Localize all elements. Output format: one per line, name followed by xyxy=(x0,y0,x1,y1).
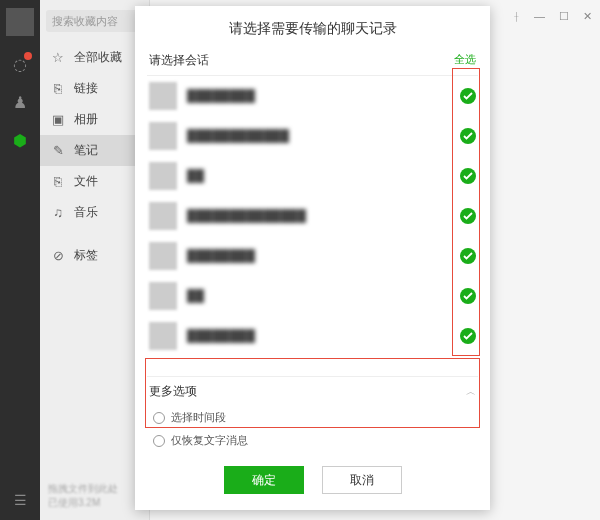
user-avatar[interactable] xyxy=(6,8,34,36)
close-icon[interactable]: ✕ xyxy=(583,10,592,23)
check-icon[interactable] xyxy=(460,248,476,264)
sidebar-item-all[interactable]: ☆全部收藏 xyxy=(40,42,149,73)
search-input[interactable]: 搜索收藏内容 xyxy=(46,10,143,32)
chat-name: ██████████████ xyxy=(187,209,450,223)
more-options: 更多选项 ︿ 选择时间段 仅恢复文字消息 xyxy=(147,376,478,452)
chat-name: ████████ xyxy=(187,249,450,263)
chat-row[interactable]: ██ xyxy=(147,276,478,316)
chat-avatar xyxy=(149,82,177,110)
sidebar: 搜索收藏内容 ☆全部收藏 ⎘链接 ▣相册 ✎笔记 ⎘文件 ♫音乐 ⊘标签 拖拽文… xyxy=(40,0,150,520)
check-icon[interactable] xyxy=(460,88,476,104)
chat-name: ██ xyxy=(187,289,450,303)
link-icon: ⎘ xyxy=(50,81,66,97)
sidebar-item-note[interactable]: ✎笔记 xyxy=(40,135,149,166)
radio-icon xyxy=(153,412,165,424)
star-icon: ☆ xyxy=(50,50,66,66)
check-icon[interactable] xyxy=(460,288,476,304)
chat-row[interactable]: ████████████ xyxy=(147,116,478,156)
chat-select-area: 请选择会话 全选 ████████ ████████████ ██ ██████… xyxy=(135,48,490,372)
transfer-modal: 请选择需要传输的聊天记录 请选择会话 全选 ████████ █████████… xyxy=(135,6,490,510)
favorites-icon[interactable]: ⬢ xyxy=(10,130,30,150)
sidebar-item-label: 相册 xyxy=(74,111,98,128)
sidebar-item-label: 标签 xyxy=(74,247,98,264)
sidebar-item-label: 链接 xyxy=(74,80,98,97)
chat-name: ██ xyxy=(187,169,450,183)
chat-avatar xyxy=(149,322,177,350)
chat-row[interactable]: ██ xyxy=(147,156,478,196)
contacts-icon[interactable]: ♟ xyxy=(10,92,30,112)
option-textonly[interactable]: 仅恢复文字消息 xyxy=(147,429,478,452)
image-icon: ▣ xyxy=(50,112,66,128)
sidebar-item-album[interactable]: ▣相册 xyxy=(40,104,149,135)
note-icon: ✎ xyxy=(50,143,66,159)
chat-row[interactable]: ██████████████ xyxy=(147,196,478,236)
chat-list: ████████ ████████████ ██ ██████████████ … xyxy=(147,76,478,356)
sidebar-item-label: 全部收藏 xyxy=(74,49,122,66)
select-all-button[interactable]: 全选 xyxy=(454,52,476,69)
pin-icon[interactable]: ⟊ xyxy=(513,10,520,23)
chat-avatar xyxy=(149,122,177,150)
chat-row[interactable]: ████████ xyxy=(147,76,478,116)
app-rail: ◌ ♟ ⬢ ☰ xyxy=(0,0,40,520)
file-icon: ⎘ xyxy=(50,174,66,190)
minimize-icon[interactable]: — xyxy=(534,10,545,23)
chat-icon[interactable]: ◌ xyxy=(10,54,30,74)
check-icon[interactable] xyxy=(460,328,476,344)
sidebar-item-file[interactable]: ⎘文件 xyxy=(40,166,149,197)
cancel-button[interactable]: 取消 xyxy=(322,466,402,494)
sidebar-item-label: 音乐 xyxy=(74,204,98,221)
chat-name: ████████████ xyxy=(187,129,450,143)
chat-row[interactable]: ████████ xyxy=(147,316,478,356)
check-icon[interactable] xyxy=(460,168,476,184)
modal-actions: 确定 取消 xyxy=(135,452,490,510)
chat-list-header: 请选择会话 全选 xyxy=(147,48,478,76)
menu-icon[interactable]: ☰ xyxy=(14,492,27,508)
storage-info: 拖拽文件到此处 已使用3.2M xyxy=(48,482,141,510)
chat-name: ████████ xyxy=(187,329,450,343)
confirm-button[interactable]: 确定 xyxy=(224,466,304,494)
chat-avatar xyxy=(149,202,177,230)
check-icon[interactable] xyxy=(460,128,476,144)
chat-avatar xyxy=(149,162,177,190)
radio-icon xyxy=(153,435,165,447)
more-options-header[interactable]: 更多选项 ︿ xyxy=(147,376,478,406)
sidebar-item-link[interactable]: ⎘链接 xyxy=(40,73,149,104)
modal-title: 请选择需要传输的聊天记录 xyxy=(135,6,490,48)
chat-row[interactable]: ████████ xyxy=(147,236,478,276)
sidebar-item-label: 文件 xyxy=(74,173,98,190)
music-icon: ♫ xyxy=(50,205,66,221)
maximize-icon[interactable]: ☐ xyxy=(559,10,569,23)
chat-avatar xyxy=(149,282,177,310)
sidebar-item-music[interactable]: ♫音乐 xyxy=(40,197,149,228)
sidebar-item-tag[interactable]: ⊘标签 xyxy=(40,240,149,271)
tag-icon: ⊘ xyxy=(50,248,66,264)
chat-name: ████████ xyxy=(187,89,450,103)
chat-avatar xyxy=(149,242,177,270)
sidebar-item-label: 笔记 xyxy=(74,142,98,159)
chevron-up-icon: ︿ xyxy=(466,385,476,399)
check-icon[interactable] xyxy=(460,208,476,224)
window-controls: ⟊ — ☐ ✕ xyxy=(513,10,592,23)
sidebar-list: ☆全部收藏 ⎘链接 ▣相册 ✎笔记 ⎘文件 ♫音乐 ⊘标签 xyxy=(40,42,149,271)
select-conversation-label: 请选择会话 xyxy=(149,52,209,69)
option-timerange[interactable]: 选择时间段 xyxy=(147,406,478,429)
more-options-label: 更多选项 xyxy=(149,383,197,400)
notification-dot xyxy=(24,52,32,60)
